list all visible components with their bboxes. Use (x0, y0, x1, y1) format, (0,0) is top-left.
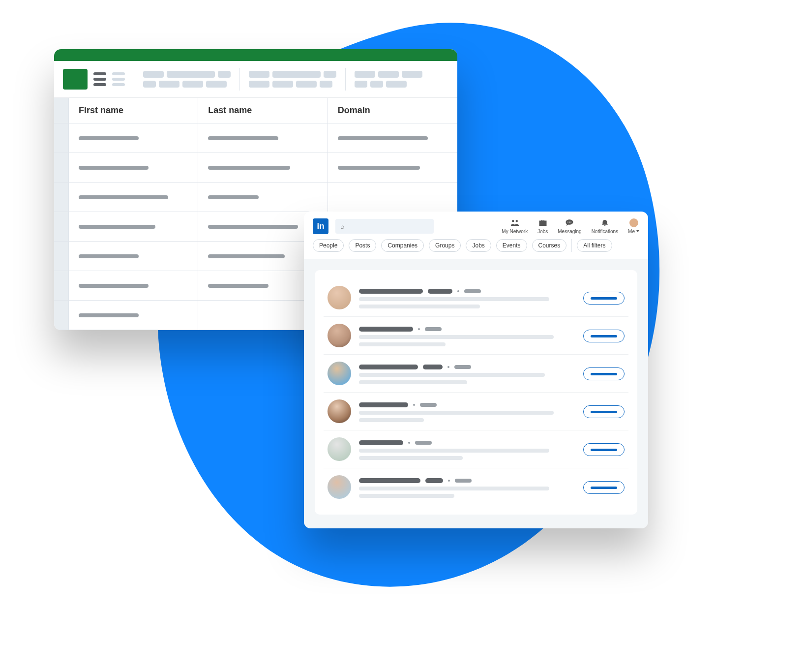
avatar[interactable] (328, 286, 351, 309)
row-number-gutter (54, 98, 69, 330)
connect-button[interactable] (583, 330, 625, 342)
network-icon (510, 219, 519, 227)
nav-label: Messaging (558, 229, 581, 234)
linkedin-topbar: in ⌕ My Network Jobs Messaging (304, 212, 648, 239)
result-row[interactable] (324, 430, 628, 468)
result-row[interactable] (324, 393, 628, 430)
data-cell[interactable] (328, 183, 457, 212)
briefcase-icon (538, 219, 547, 227)
nav-me[interactable]: Me (628, 219, 639, 234)
nav-jobs[interactable]: Jobs (537, 219, 548, 234)
avatar[interactable] (328, 437, 351, 461)
filter-all[interactable]: All filters (577, 239, 612, 252)
filter-divider (571, 239, 572, 252)
result-card (315, 270, 637, 515)
data-cell[interactable] (69, 123, 198, 153)
nav-label: Notifications (592, 229, 618, 234)
result-body (359, 475, 575, 498)
svg-point-1 (515, 220, 518, 222)
result-row[interactable] (324, 468, 628, 506)
data-cell[interactable] (198, 183, 327, 212)
data-cell[interactable] (69, 153, 198, 183)
toolbar-divider (134, 68, 134, 91)
connect-button[interactable] (583, 292, 625, 305)
filter-courses[interactable]: Courses (532, 239, 567, 252)
top-nav: My Network Jobs Messaging Notifications (441, 219, 639, 234)
toolbar-divider (345, 68, 346, 91)
data-cell[interactable] (69, 212, 198, 242)
search-results (304, 259, 648, 528)
col-header-first-name[interactable]: First name (69, 98, 198, 123)
filter-bar: People Posts Companies Groups Jobs Event… (304, 239, 648, 259)
avatar[interactable] (328, 475, 351, 499)
svg-point-3 (569, 221, 570, 222)
filter-jobs[interactable]: Jobs (466, 239, 491, 252)
toolbar-group-2 (249, 71, 336, 88)
search-input[interactable]: ⌕ (335, 219, 434, 234)
linkedin-window: in ⌕ My Network Jobs Messaging (304, 212, 648, 528)
nav-notifications[interactable]: Notifications (592, 219, 618, 234)
col-header-last-name[interactable]: Last name (198, 98, 327, 123)
linkedin-logo-icon[interactable]: in (313, 218, 328, 234)
connect-button[interactable] (583, 405, 625, 418)
data-cell[interactable] (328, 123, 457, 153)
bell-icon (600, 219, 609, 227)
nav-label: Me (628, 229, 639, 234)
toolbar-group-3 (355, 71, 422, 88)
connect-button[interactable] (583, 443, 625, 456)
menu-icon[interactable] (93, 72, 106, 86)
filter-events[interactable]: Events (496, 239, 527, 252)
connect-button[interactable] (583, 367, 625, 380)
messaging-icon (565, 219, 574, 227)
nav-my-network[interactable]: My Network (502, 219, 528, 234)
toolbar-group-1 (143, 71, 231, 88)
avatar[interactable] (328, 399, 351, 423)
svg-point-4 (571, 221, 572, 222)
svg-point-0 (512, 220, 514, 222)
nav-label: My Network (502, 229, 528, 234)
avatar[interactable] (328, 324, 351, 347)
search-icon: ⌕ (340, 222, 344, 230)
spreadsheet-logo-icon (63, 69, 88, 90)
data-cell[interactable] (69, 242, 198, 271)
result-row[interactable] (324, 279, 628, 317)
data-cell[interactable] (69, 183, 198, 212)
nav-label: Jobs (537, 229, 548, 234)
filter-people[interactable]: People (313, 239, 344, 252)
menu-placeholder (112, 72, 125, 86)
data-cell[interactable] (198, 153, 327, 183)
result-row[interactable] (324, 355, 628, 393)
svg-point-2 (568, 221, 569, 222)
toolbar-divider (239, 68, 240, 91)
spreadsheet-titlebar (54, 49, 457, 61)
filter-groups[interactable]: Groups (429, 239, 461, 252)
spreadsheet-toolbar (54, 61, 457, 98)
chevron-down-icon (636, 230, 639, 232)
result-row[interactable] (324, 317, 628, 355)
connect-button[interactable] (583, 481, 625, 494)
data-cell[interactable] (198, 123, 327, 153)
result-body (359, 399, 575, 422)
result-body (359, 324, 575, 346)
col-header-domain[interactable]: Domain (328, 98, 457, 123)
result-body (359, 437, 575, 460)
data-cell[interactable] (328, 153, 457, 183)
spreadsheet-logo-block (63, 69, 125, 90)
filter-posts[interactable]: Posts (349, 239, 376, 252)
data-cell[interactable] (69, 271, 198, 301)
filter-companies[interactable]: Companies (381, 239, 424, 252)
result-body (359, 362, 575, 384)
nav-messaging[interactable]: Messaging (558, 219, 581, 234)
avatar[interactable] (328, 362, 351, 385)
data-cell[interactable] (69, 301, 198, 330)
column-first-name[interactable]: First name (69, 98, 198, 330)
result-body (359, 286, 575, 308)
me-avatar-icon (629, 219, 638, 227)
